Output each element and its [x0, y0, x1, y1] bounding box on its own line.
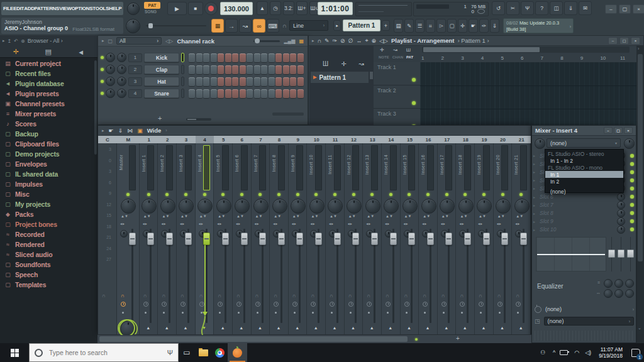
- strip-headphone-icon[interactable]: ∩: [292, 293, 296, 299]
- mixer-column-13[interactable]: 13: [363, 136, 382, 143]
- mixer-column-6[interactable]: 6: [233, 136, 252, 143]
- slot-arrow-icon[interactable]: ▸: [533, 228, 540, 232]
- strip-headphone-icon[interactable]: ∩: [348, 293, 352, 299]
- button-multilink-icon[interactable]: ✑: [479, 19, 489, 33]
- strip-route-arrow[interactable]: ▲: [277, 326, 281, 330]
- mixer-strip-insert-1[interactable]: Insert 1▲▼◂▸∩▲: [140, 143, 158, 335]
- eq-knob-6[interactable]: [625, 289, 634, 298]
- mixer-column-12[interactable]: 12: [345, 136, 364, 143]
- picker-tab-patterns-icon[interactable]: Ш: [323, 60, 328, 67]
- strip-enable-led[interactable]: [464, 193, 467, 196]
- slot-enable-led[interactable]: [630, 162, 634, 166]
- strip-record-dot[interactable]: [122, 312, 124, 314]
- strip-headphone-icon[interactable]: ∩: [121, 293, 125, 299]
- stereo-sep-icon[interactable]: ▲▼: [348, 214, 356, 218]
- menu-item-tools[interactable]: TOOLS: [92, 6, 109, 11]
- strip-pan-knob[interactable]: [328, 199, 343, 214]
- step-cell[interactable]: [247, 65, 253, 74]
- browser-search-icon[interactable]: ⊕: [21, 38, 25, 44]
- strip-record-dot[interactable]: [163, 312, 165, 314]
- strip-pan-knob[interactable]: [160, 199, 175, 214]
- browser-item-envelopes[interactable]: ▢Envelopes: [0, 159, 94, 169]
- strip-pan-knob[interactable]: [272, 199, 287, 214]
- channel-selector[interactable]: [181, 89, 184, 98]
- playlist-minimize-button[interactable]: –: [608, 37, 618, 45]
- mixer-strip-insert-11[interactable]: Insert 11▲▼◂▸∩▲: [326, 143, 345, 335]
- strip-pan-knob[interactable]: [384, 199, 399, 214]
- strip-clock-icon[interactable]: [441, 302, 447, 307]
- track-mode-label-pat[interactable]: PAT: [406, 55, 413, 59]
- pan-arrows-icon[interactable]: ◂▸: [385, 221, 390, 226]
- pan-arrows-icon[interactable]: ◂▸: [404, 221, 409, 226]
- strip-pan-knob[interactable]: [440, 199, 455, 214]
- mixer-column-11[interactable]: 11: [326, 136, 345, 143]
- strip-enable-led[interactable]: [333, 193, 336, 196]
- button-typing-keyboard-icon[interactable]: Ш+: [296, 1, 308, 15]
- pan-arrows-icon[interactable]: ◂▸: [497, 221, 502, 226]
- strip-fader-handle[interactable]: [334, 233, 341, 245]
- strip-route-arrow[interactable]: ▲: [221, 326, 225, 330]
- strip-clock-icon[interactable]: [218, 302, 223, 307]
- mixer-column-18[interactable]: 18: [456, 136, 475, 143]
- browser-item-misc[interactable]: ▢Misc: [0, 189, 94, 199]
- channel-name-button[interactable]: Snare: [144, 89, 179, 98]
- slot-arrow-icon[interactable]: ▸: [533, 178, 540, 182]
- main-volume-knob[interactable]: [127, 3, 140, 15]
- step-cell[interactable]: [240, 65, 246, 74]
- mixer-touch-icon[interactable]: ☛: [109, 128, 114, 134]
- strip-enable-led[interactable]: [277, 193, 280, 196]
- channel-enable-led[interactable]: [101, 80, 104, 83]
- picker-tab-automation-icon[interactable]: ↝: [359, 60, 364, 67]
- stereo-sep-icon[interactable]: ▲▼: [236, 214, 244, 218]
- step-cell[interactable]: [218, 77, 224, 86]
- strip-fader-handle[interactable]: [390, 233, 397, 245]
- strip-record-dot[interactable]: [145, 312, 147, 314]
- rack-hscroll[interactable]: [186, 118, 211, 121]
- strip-route-arrow[interactable]: ▲: [165, 326, 169, 330]
- battery-icon[interactable]: [560, 350, 571, 355]
- strip-headphone-icon[interactable]: ∩: [311, 293, 314, 299]
- button-chat-icon[interactable]: ✉: [579, 1, 592, 15]
- pattern-prev-button[interactable]: ▸: [333, 20, 341, 31]
- strip-clock-icon[interactable]: [255, 302, 260, 307]
- pan-arrows-icon[interactable]: ◂▸: [441, 221, 446, 226]
- step-cell[interactable]: [218, 53, 224, 62]
- browser-item-il-shared-data[interactable]: ▢IL shared data: [0, 169, 94, 179]
- mixer-column-3[interactable]: 3: [177, 136, 196, 143]
- step-cell[interactable]: [240, 89, 246, 98]
- playlist-grid[interactable]: [420, 62, 637, 125]
- step-cell[interactable]: [240, 77, 246, 86]
- rack-add-channel-button[interactable]: +: [158, 114, 162, 122]
- step-cell[interactable]: [211, 89, 217, 98]
- play-button[interactable]: ▶: [167, 2, 187, 15]
- browser-item-my-projects[interactable]: ▢My projects: [0, 199, 94, 209]
- channel-pan-knob[interactable]: [106, 65, 115, 74]
- browser-item-clipboard-files[interactable]: ▢Clipboard files: [0, 139, 94, 149]
- menu-item-add[interactable]: ADD: [24, 6, 34, 11]
- step-cell[interactable]: [196, 53, 203, 62]
- mute-tool-icon[interactable]: ∅: [348, 38, 353, 44]
- eq-band2-slider[interactable]: [618, 237, 624, 272]
- strip-record-dot[interactable]: [182, 312, 184, 314]
- playlist-close-button[interactable]: ×: [631, 37, 640, 45]
- strip-route-arrow[interactable]: ▲: [258, 326, 262, 330]
- pan-arrows-icon[interactable]: ◂▸: [161, 221, 166, 226]
- step-cell[interactable]: [247, 53, 253, 62]
- strip-fader-handle[interactable]: [147, 233, 154, 245]
- channel-enable-led[interactable]: [101, 56, 104, 59]
- effect-slot-8[interactable]: ▸Slot 8: [533, 209, 634, 217]
- browser-tab-all-icon[interactable]: ✛: [13, 48, 19, 56]
- stereo-sep-icon[interactable]: ▲▼: [199, 214, 207, 218]
- strip-enable-led[interactable]: [482, 193, 486, 196]
- button-mic-record-icon[interactable]: Ψ: [521, 1, 534, 15]
- step-cell[interactable]: [232, 53, 238, 62]
- browser-item-sliced-audio[interactable]: ≈Sliced audio: [0, 250, 94, 260]
- mixer-dock-icon[interactable]: ⇓: [118, 128, 123, 134]
- strip-pan-knob[interactable]: [121, 199, 136, 214]
- strip-enable-led[interactable]: [147, 193, 150, 196]
- dropdown-option[interactable]: (none): [545, 188, 623, 195]
- mixer-menu-icon[interactable]: ▸: [102, 128, 104, 133]
- strip-pan-knob[interactable]: [197, 199, 213, 214]
- strip-stereo-knob[interactable]: [120, 230, 128, 238]
- slot-arrow-icon[interactable]: ▸: [533, 186, 540, 190]
